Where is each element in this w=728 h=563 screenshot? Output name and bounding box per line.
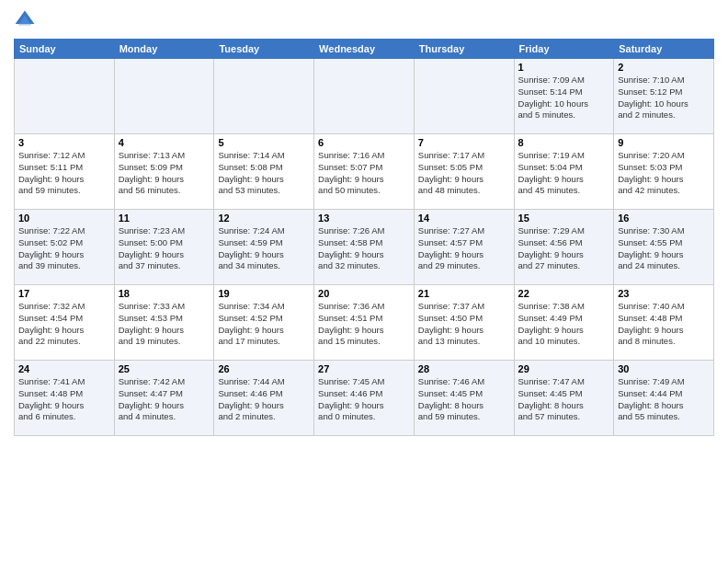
calendar-cell [114, 59, 214, 134]
day-number: 30 [618, 363, 710, 374]
day-number: 21 [418, 288, 510, 299]
calendar-cell: 18Sunrise: 7:33 AM Sunset: 4:53 PM Dayli… [114, 285, 214, 361]
day-info: Sunrise: 7:23 AM Sunset: 5:00 PM Dayligh… [119, 225, 210, 272]
day-number: 24 [18, 363, 110, 374]
calendar-cell: 17Sunrise: 7:32 AM Sunset: 4:54 PM Dayli… [15, 285, 115, 361]
day-number: 19 [218, 288, 310, 299]
day-number: 1 [518, 62, 610, 73]
day-number: 8 [518, 137, 610, 148]
day-info: Sunrise: 7:33 AM Sunset: 4:53 PM Dayligh… [119, 301, 210, 348]
calendar-cell [314, 59, 415, 134]
day-number: 25 [119, 363, 210, 374]
day-number: 23 [618, 288, 710, 299]
day-info: Sunrise: 7:30 AM Sunset: 4:55 PM Dayligh… [618, 225, 710, 272]
day-number: 12 [218, 213, 310, 224]
calendar-week-4: 17Sunrise: 7:32 AM Sunset: 4:54 PM Dayli… [15, 285, 714, 361]
day-info: Sunrise: 7:10 AM Sunset: 5:12 PM Dayligh… [618, 75, 710, 121]
header [14, 9, 714, 31]
day-number: 14 [418, 213, 510, 224]
calendar-cell: 1Sunrise: 7:09 AM Sunset: 5:14 PM Daylig… [514, 59, 614, 134]
calendar-cell: 2Sunrise: 7:10 AM Sunset: 5:12 PM Daylig… [614, 59, 714, 134]
calendar-cell: 26Sunrise: 7:44 AM Sunset: 4:46 PM Dayli… [214, 361, 314, 436]
calendar-week-2: 3Sunrise: 7:12 AM Sunset: 5:11 PM Daylig… [15, 134, 714, 210]
day-info: Sunrise: 7:20 AM Sunset: 5:03 PM Dayligh… [618, 150, 710, 197]
weekday-header-thursday: Thursday [414, 40, 514, 59]
day-number: 18 [119, 288, 210, 299]
calendar-week-1: 1Sunrise: 7:09 AM Sunset: 5:14 PM Daylig… [15, 59, 714, 134]
calendar-cell: 25Sunrise: 7:42 AM Sunset: 4:47 PM Dayli… [114, 361, 214, 436]
day-info: Sunrise: 7:41 AM Sunset: 4:48 PM Dayligh… [18, 376, 110, 423]
logo [14, 9, 40, 31]
calendar-cell: 7Sunrise: 7:17 AM Sunset: 5:05 PM Daylig… [414, 134, 514, 210]
day-number: 20 [318, 288, 410, 299]
day-info: Sunrise: 7:40 AM Sunset: 4:48 PM Dayligh… [618, 301, 710, 348]
page: SundayMondayTuesdayWednesdayThursdayFrid… [0, 0, 728, 563]
day-info: Sunrise: 7:36 AM Sunset: 4:51 PM Dayligh… [318, 301, 410, 348]
calendar-cell: 16Sunrise: 7:30 AM Sunset: 4:55 PM Dayli… [614, 210, 714, 285]
day-info: Sunrise: 7:22 AM Sunset: 5:02 PM Dayligh… [18, 225, 110, 272]
calendar-cell: 15Sunrise: 7:29 AM Sunset: 4:56 PM Dayli… [514, 210, 614, 285]
day-number: 29 [518, 363, 610, 374]
day-info: Sunrise: 7:38 AM Sunset: 4:49 PM Dayligh… [518, 301, 610, 348]
calendar-cell: 22Sunrise: 7:38 AM Sunset: 4:49 PM Dayli… [514, 285, 614, 361]
calendar-cell: 6Sunrise: 7:16 AM Sunset: 5:07 PM Daylig… [314, 134, 415, 210]
calendar-cell: 5Sunrise: 7:14 AM Sunset: 5:08 PM Daylig… [214, 134, 314, 210]
calendar-table: SundayMondayTuesdayWednesdayThursdayFrid… [14, 39, 714, 436]
weekday-header-saturday: Saturday [614, 40, 714, 59]
day-info: Sunrise: 7:13 AM Sunset: 5:09 PM Dayligh… [119, 150, 210, 197]
calendar-cell: 19Sunrise: 7:34 AM Sunset: 4:52 PM Dayli… [214, 285, 314, 361]
day-info: Sunrise: 7:24 AM Sunset: 4:59 PM Dayligh… [218, 225, 310, 272]
calendar-cell: 30Sunrise: 7:49 AM Sunset: 4:44 PM Dayli… [614, 361, 714, 436]
calendar-cell: 29Sunrise: 7:47 AM Sunset: 4:45 PM Dayli… [514, 361, 614, 436]
day-number: 13 [318, 213, 410, 224]
day-info: Sunrise: 7:37 AM Sunset: 4:50 PM Dayligh… [418, 301, 510, 348]
weekday-header-tuesday: Tuesday [214, 40, 314, 59]
calendar-cell: 28Sunrise: 7:46 AM Sunset: 4:45 PM Dayli… [414, 361, 514, 436]
day-info: Sunrise: 7:44 AM Sunset: 4:46 PM Dayligh… [218, 376, 310, 423]
day-info: Sunrise: 7:19 AM Sunset: 5:04 PM Dayligh… [518, 150, 610, 197]
day-info: Sunrise: 7:49 AM Sunset: 4:44 PM Dayligh… [618, 376, 710, 423]
day-number: 3 [18, 137, 110, 148]
day-number: 6 [318, 137, 410, 148]
weekday-header-wednesday: Wednesday [314, 40, 415, 59]
day-info: Sunrise: 7:42 AM Sunset: 4:47 PM Dayligh… [119, 376, 210, 423]
day-number: 26 [218, 363, 310, 374]
calendar-cell: 12Sunrise: 7:24 AM Sunset: 4:59 PM Dayli… [214, 210, 314, 285]
calendar-cell: 23Sunrise: 7:40 AM Sunset: 4:48 PM Dayli… [614, 285, 714, 361]
day-number: 16 [618, 213, 710, 224]
calendar-cell: 9Sunrise: 7:20 AM Sunset: 5:03 PM Daylig… [614, 134, 714, 210]
day-number: 27 [318, 363, 410, 374]
weekday-header-sunday: Sunday [15, 40, 115, 59]
calendar-cell: 21Sunrise: 7:37 AM Sunset: 4:50 PM Dayli… [414, 285, 514, 361]
day-info: Sunrise: 7:14 AM Sunset: 5:08 PM Dayligh… [218, 150, 310, 197]
day-info: Sunrise: 7:16 AM Sunset: 5:07 PM Dayligh… [318, 150, 410, 197]
day-number: 17 [18, 288, 110, 299]
calendar-header-row: SundayMondayTuesdayWednesdayThursdayFrid… [15, 40, 714, 59]
day-info: Sunrise: 7:29 AM Sunset: 4:56 PM Dayligh… [518, 225, 610, 272]
day-number: 11 [119, 213, 210, 224]
day-info: Sunrise: 7:12 AM Sunset: 5:11 PM Dayligh… [18, 150, 110, 197]
calendar-cell: 8Sunrise: 7:19 AM Sunset: 5:04 PM Daylig… [514, 134, 614, 210]
calendar-cell: 11Sunrise: 7:23 AM Sunset: 5:00 PM Dayli… [114, 210, 214, 285]
day-info: Sunrise: 7:46 AM Sunset: 4:45 PM Dayligh… [418, 376, 510, 423]
logo-icon [14, 9, 36, 31]
calendar-cell: 27Sunrise: 7:45 AM Sunset: 4:46 PM Dayli… [314, 361, 415, 436]
day-number: 28 [418, 363, 510, 374]
day-info: Sunrise: 7:26 AM Sunset: 4:58 PM Dayligh… [318, 225, 410, 272]
day-number: 4 [119, 137, 210, 148]
weekday-header-monday: Monday [114, 40, 214, 59]
calendar-cell: 4Sunrise: 7:13 AM Sunset: 5:09 PM Daylig… [114, 134, 214, 210]
calendar-cell [414, 59, 514, 134]
day-number: 9 [618, 137, 710, 148]
day-info: Sunrise: 7:17 AM Sunset: 5:05 PM Dayligh… [418, 150, 510, 197]
calendar-cell: 13Sunrise: 7:26 AM Sunset: 4:58 PM Dayli… [314, 210, 415, 285]
calendar-cell [15, 59, 115, 134]
calendar-cell: 24Sunrise: 7:41 AM Sunset: 4:48 PM Dayli… [15, 361, 115, 436]
day-number: 5 [218, 137, 310, 148]
calendar-cell: 14Sunrise: 7:27 AM Sunset: 4:57 PM Dayli… [414, 210, 514, 285]
weekday-header-friday: Friday [514, 40, 614, 59]
day-number: 22 [518, 288, 610, 299]
calendar-cell [214, 59, 314, 134]
day-info: Sunrise: 7:45 AM Sunset: 4:46 PM Dayligh… [318, 376, 410, 423]
day-info: Sunrise: 7:27 AM Sunset: 4:57 PM Dayligh… [418, 225, 510, 272]
